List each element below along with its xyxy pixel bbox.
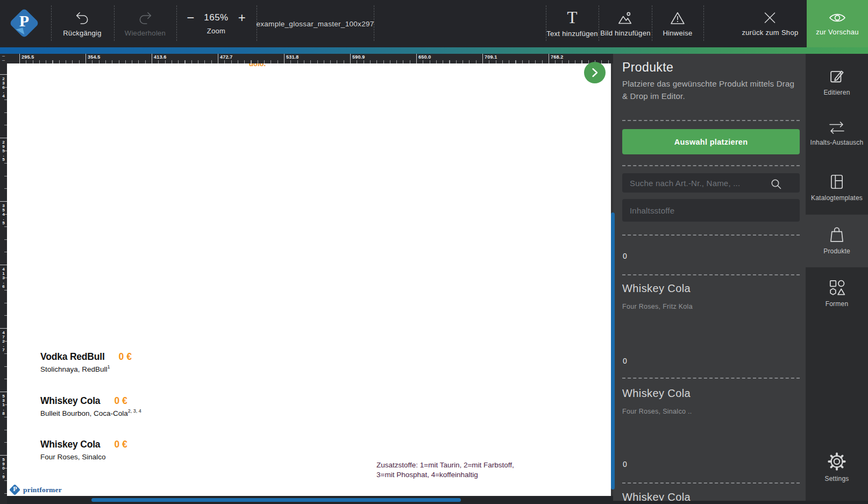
zoom-out-button[interactable]: −: [187, 12, 194, 23]
place-selection-button[interactable]: Auswahl platzieren: [622, 129, 800, 154]
zoom-in-button[interactable]: +: [238, 12, 246, 23]
edit-icon: [828, 68, 845, 85]
dashed-divider: [622, 274, 800, 275]
swap-arrows-icon: [826, 120, 848, 135]
menu-entry-title: Whiskey Cola: [40, 395, 100, 407]
gear-icon: [827, 452, 846, 471]
products-panel: Produkte Platziere das gewünschte Produk…: [613, 54, 806, 504]
tab-editieren[interactable]: Editieren: [806, 68, 868, 96]
dashed-divider: [622, 235, 800, 236]
toolbar-separator: [599, 5, 599, 41]
undo-button[interactable]: Rückgängig: [63, 0, 102, 47]
bottom-strip: [613, 501, 868, 504]
product-count: 0: [623, 357, 627, 365]
tab-inhalts-austausch[interactable]: Inhalts-Austausch: [806, 120, 868, 146]
toolbar-separator: [114, 5, 115, 41]
product-item-title[interactable]: Whiskey Cola: [622, 282, 691, 295]
ruler-tick-label: 472.7: [1, 330, 6, 352]
zoom-value: 165%: [204, 12, 228, 23]
undo-label: Rückgängig: [63, 29, 102, 37]
ruler-tick-label: 354.5: [1, 203, 6, 225]
ruler-tick-label: 768.2: [551, 54, 564, 60]
ruler-tick-label: 413.6: [1, 267, 6, 288]
undo-icon: [74, 11, 90, 25]
product-item-title[interactable]: Whiskey Cola: [622, 387, 691, 400]
menu-entry[interactable]: Whiskey Cola 0 € Four Roses, Sinalco: [40, 439, 127, 461]
additives-note[interactable]: Zusatzstoffe: 1=mit Taurin, 2=mit Farbst…: [376, 460, 514, 480]
sidebar-collapse-button[interactable]: [584, 62, 606, 83]
editor-app: P Rückgängig Wiederholen −: [0, 0, 868, 504]
ruler-tick-label: 531.8: [1, 394, 6, 415]
ruler-tick-label: 354.5: [88, 54, 101, 60]
close-icon: [763, 11, 777, 25]
tool-nav: Editieren Inhalts-Austausch Katalogtempl…: [806, 54, 868, 504]
toolbar: P Rückgängig Wiederholen −: [0, 0, 868, 47]
dashed-divider: [622, 378, 800, 379]
ruler-tick-label: 650.0: [418, 54, 431, 60]
panel-description: Platziere das gewünschte Produkt mittels…: [622, 77, 795, 102]
tab-formen[interactable]: Formen: [806, 279, 868, 308]
ruler-tick-label: 413.6: [154, 54, 167, 60]
catalog-icon: [829, 173, 845, 190]
vertical-scrollbar-thumb[interactable]: [611, 212, 615, 489]
horizontal-ruler: 295.5 354.5 413.6 472.7 531.8 590.9 650.…: [7, 54, 613, 63]
vertical-ruler: 236.4 295.5 354.5 413.6 472.7 531.8 590.…: [0, 63, 7, 504]
ruler-tick-label: 590.9: [352, 54, 365, 60]
printformer-watermark: P printformer: [9, 484, 62, 496]
menu-entry[interactable]: Vodka RedBull 0 € Stolichnaya, RedBull1: [40, 351, 132, 373]
eye-icon: [828, 12, 846, 24]
menu-entry-subtitle: Stolichnaya, RedBull1: [40, 364, 132, 373]
toolbar-separator: [176, 5, 177, 41]
product-item-subtitle: Four Roses, Fritz Kola: [622, 303, 693, 310]
warning-icon: [670, 11, 686, 25]
redo-button[interactable]: Wiederholen: [125, 0, 166, 47]
dashed-divider: [622, 120, 800, 121]
printformer-logo-icon[interactable]: P: [9, 8, 39, 38]
ruler-tick-label: 531.8: [286, 54, 299, 60]
menu-entry-price: 0 €: [114, 395, 127, 407]
clipped-text[interactable]: dolo.: [249, 63, 266, 68]
dashed-divider: [622, 482, 800, 484]
menu-entry-price: 0 €: [114, 439, 127, 450]
shopping-bag-icon: [829, 226, 845, 244]
add-image-button[interactable]: Bild hinzufügen: [600, 0, 650, 47]
text-icon: T: [567, 10, 578, 26]
toolbar-separator: [51, 5, 52, 41]
tab-settings[interactable]: Settings: [806, 452, 868, 482]
ruler-tick-label: 709.1: [485, 54, 497, 60]
menu-entry[interactable]: Whiskey Cola 0 € Bulleit Bourbon, Coca-C…: [40, 395, 141, 417]
ruler-tick-label: 236.4: [1, 76, 6, 98]
printformer-watermark-icon: P: [9, 484, 21, 496]
tab-produkte[interactable]: Produkte: [806, 226, 868, 255]
shapes-icon: [828, 279, 846, 296]
zoom-controls: − 165% + Zoom: [187, 0, 246, 47]
add-text-button[interactable]: T Text hinzufügen: [546, 0, 598, 47]
dashed-divider: [622, 165, 800, 166]
canvas-viewport: dolo. Vodka RedBull 0 € Stolichnaya, Red…: [7, 63, 613, 504]
ruler-tick-label: 590.9: [1, 457, 6, 479]
ruler-corner: ––: [0, 54, 7, 63]
document-page[interactable]: dolo. Vodka RedBull 0 € Stolichnaya, Red…: [7, 63, 611, 496]
redo-icon: [137, 11, 153, 25]
tab-katalogtemplates[interactable]: Katalogtemplates: [806, 173, 868, 202]
search-icon[interactable]: [770, 178, 782, 190]
ingredients-input[interactable]: [622, 199, 800, 222]
accent-gradient-bar: [0, 47, 868, 54]
product-count: 0: [623, 252, 627, 260]
horizontal-scrollbar-thumb[interactable]: [91, 498, 461, 502]
zoom-label: Zoom: [207, 27, 225, 35]
redo-label: Wiederholen: [125, 29, 166, 37]
back-to-shop-button[interactable]: zurück zum Shop: [742, 0, 799, 47]
menu-entry-subtitle: Four Roses, Sinalco: [40, 452, 127, 461]
hints-button[interactable]: Hinweise: [663, 0, 692, 47]
image-icon: [617, 11, 634, 25]
ruler-tick-label: 472.7: [220, 54, 233, 60]
product-count: 0: [623, 460, 627, 468]
menu-entry-title: Vodka RedBull: [40, 351, 105, 363]
ruler-tick-label: 295.5: [1, 140, 6, 161]
ruler-tick-label: 295.5: [22, 54, 34, 60]
menu-entry-subtitle: Bulleit Bourbon, Coca-Cola2, 3, 4: [40, 408, 141, 417]
preview-button[interactable]: zur Vorschau: [807, 0, 868, 47]
toolbar-separator: [652, 5, 652, 41]
panel-title: Produkte: [622, 60, 673, 75]
